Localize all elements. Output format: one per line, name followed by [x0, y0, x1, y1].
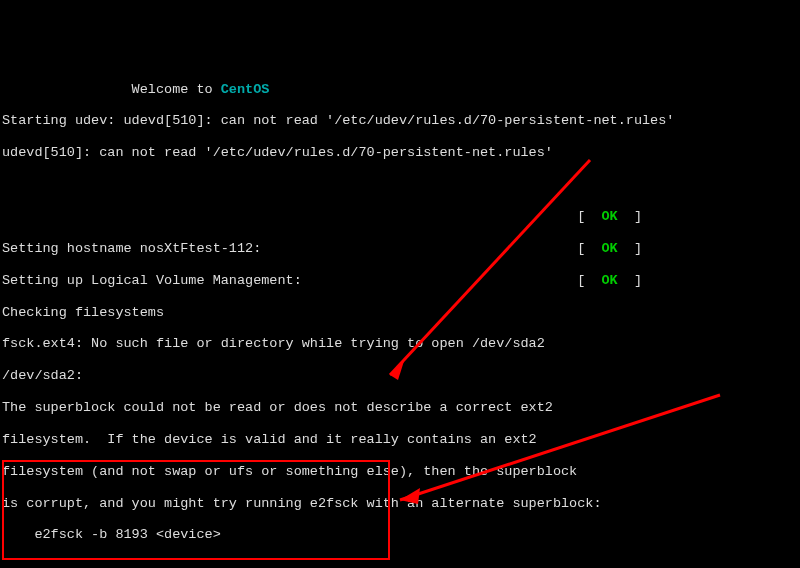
- status-row-1: [ OK ]: [2, 209, 642, 225]
- status-row-3: Setting up Logical Volume Management:[ O…: [2, 273, 642, 289]
- status-bracket-3: [ OK ]: [577, 273, 642, 289]
- fsck-line-4: filesystem. If the device is valid and i…: [2, 432, 798, 448]
- terminal-output: Welcome to CentOS Starting udev: udevd[5…: [2, 66, 798, 568]
- boot-line-2: udevd[510]: can not read '/etc/udev/rule…: [2, 145, 798, 161]
- welcome-line: Welcome to CentOS: [2, 82, 798, 98]
- fsck-line-3: The superblock could not be read or does…: [2, 400, 798, 416]
- ok-text: OK: [601, 209, 617, 224]
- checking-fs-line: Checking filesystems: [2, 305, 798, 321]
- fsck-line-1: fsck.ext4: No such file or directory whi…: [2, 336, 798, 352]
- status-bracket-2: [ OK ]: [577, 241, 642, 257]
- blank-line: [2, 177, 798, 193]
- status-row-2: Setting hostname nosXtFtest-112:[ OK ]: [2, 241, 642, 257]
- welcome-os: CentOS: [221, 82, 270, 97]
- fsck-line-7: e2fsck -b 8193 <device>: [2, 527, 798, 543]
- status-bracket-1: [ OK ]: [577, 209, 642, 225]
- ok-text: OK: [601, 273, 617, 288]
- welcome-prefix: Welcome to: [2, 82, 221, 97]
- status-label-2: Setting hostname nosXtFtest-112:: [2, 241, 261, 257]
- fsck-line-5: filesystem (and not swap or ufs or somet…: [2, 464, 798, 480]
- boot-line-1: Starting udev: udevd[510]: can not read …: [2, 113, 798, 129]
- blank-line-2: [2, 559, 798, 568]
- ok-text: OK: [601, 241, 617, 256]
- fsck-line-2: /dev/sda2:: [2, 368, 798, 384]
- status-label-3: Setting up Logical Volume Management:: [2, 273, 302, 289]
- fsck-line-6: is corrupt, and you might try running e2…: [2, 496, 798, 512]
